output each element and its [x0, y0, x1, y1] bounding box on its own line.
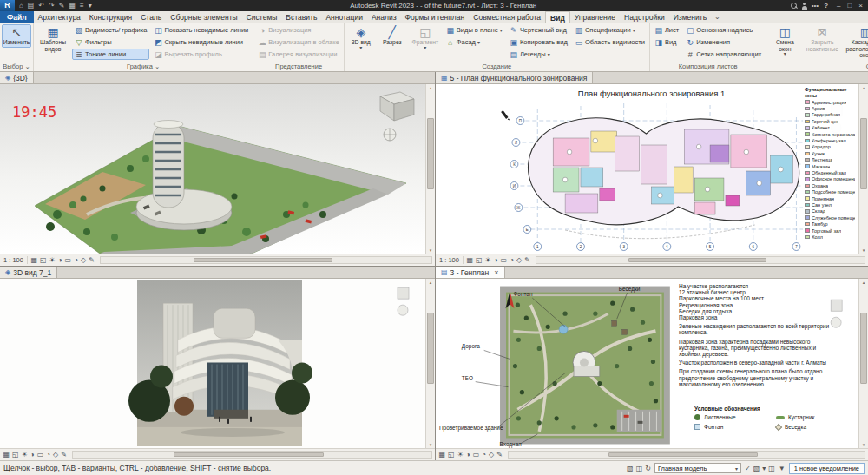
button-спецификации[interactable]: ▥Спецификации▾ — [572, 24, 648, 36]
view-control-icon-0[interactable]: ▦ — [437, 451, 447, 459]
view-control-icon-5[interactable]: ◔ — [45, 451, 52, 459]
quick-access-icon-3[interactable]: ↷ — [47, 2, 56, 10]
status-right-icons-2[interactable]: ▾ — [762, 465, 766, 472]
view-control-icon-5[interactable]: ◔ — [509, 256, 516, 264]
tab-вставить[interactable]: Вставить — [281, 11, 321, 23]
quick-access-icon-1[interactable]: ▤ — [26, 2, 36, 10]
status-left-icons-0[interactable]: ▧ — [627, 465, 634, 472]
view-control-icon-7[interactable]: ✎ — [88, 256, 96, 264]
vertical-scrollbar[interactable]: ▴▾ — [858, 84, 868, 254]
button-разрез[interactable]: ╱Разрез — [378, 24, 407, 48]
view-control-icon-2[interactable]: ☀ — [483, 256, 492, 264]
vertical-scrollbar[interactable]: ▴▾ — [425, 279, 435, 448]
panel-label-выбор[interactable]: Выбор ⌄ — [0, 62, 33, 71]
quick-access-icon-7[interactable]: ▾ — [87, 2, 94, 10]
vertical-scrollbar[interactable]: ▴▾ — [425, 84, 435, 254]
canvas-render[interactable] — [0, 279, 425, 448]
quick-access-icon-5[interactable]: ▦ — [68, 2, 78, 10]
view-control-icon-6[interactable]: ◇ — [488, 451, 496, 459]
view-control-icon-7[interactable]: ✎ — [523, 256, 532, 264]
view-control-icon-0[interactable]: ▦ — [465, 256, 475, 264]
tab-надстройки[interactable]: Надстройки — [620, 11, 669, 23]
horizontal-scrollbar[interactable] — [100, 256, 432, 264]
model-selector[interactable]: Главная модель ▾ — [654, 463, 741, 473]
status-left-icons-1[interactable]: ◫ — [636, 465, 643, 472]
tab-управление[interactable]: Управление — [570, 11, 620, 23]
button-3d-вид[interactable]: ◈3D вид▾ — [346, 24, 376, 52]
steering-wheel-icon[interactable] — [384, 129, 396, 141]
status-right-icons-0[interactable]: ✓ — [745, 465, 751, 472]
view-control-icon-0[interactable]: ▦ — [2, 451, 11, 459]
button-закрыть-неактивные[interactable]: ⊠Закрыть неактивные — [803, 24, 841, 54]
button-область-видимости[interactable]: ▭Область видимости — [572, 36, 648, 48]
scale-control[interactable]: 1 : 100 — [0, 256, 28, 264]
panel-label-представление[interactable]: Представление — [253, 62, 343, 71]
tab-сталь[interactable]: Сталь — [136, 11, 166, 23]
button-фрагмент[interactable]: ◱Фрагмент▾ — [409, 24, 442, 52]
view-control-icon-7[interactable]: ✎ — [60, 451, 69, 459]
tab-файл[interactable]: Файл — [0, 11, 34, 23]
minimize-button[interactable]: – — [833, 2, 844, 10]
view-control-icon-2[interactable]: ☀ — [48, 256, 56, 264]
button-вырезать-профиль[interactable]: ◪Вырезать профиль — [151, 49, 251, 60]
status-right-icons-1[interactable]: ▧ — [753, 465, 760, 472]
view-tab-3d[interactable]: ◈ {3D} — [0, 72, 34, 83]
button-визуализация-в-облаке[interactable]: ☁Визуализация в облаке — [255, 36, 341, 48]
revit-logo[interactable]: R — [0, 0, 15, 11]
view-control-icon-3[interactable]: ◑ — [29, 451, 36, 459]
tab-изменить[interactable]: Изменить — [669, 11, 711, 23]
view-control-icon-1[interactable]: ◱ — [11, 451, 21, 459]
view-control-icon-4[interactable]: ▭ — [63, 256, 73, 264]
tab-вид[interactable]: Вид — [545, 11, 570, 23]
view-control-icon-0[interactable]: ▦ — [30, 256, 39, 264]
view-control-icon-2[interactable]: ☀ — [20, 451, 29, 459]
filter-icon[interactable]: ▼ — [779, 465, 786, 472]
tab-архитектура[interactable]: Архитектура — [34, 11, 85, 23]
view-control-icon-1[interactable]: ◱ — [475, 256, 484, 264]
tab-аннотации[interactable]: Аннотации — [321, 11, 367, 23]
button-основная-надпись[interactable]: ▢Основная надпись — [683, 24, 764, 36]
quick-access-icon-0[interactable]: ⌂ — [17, 2, 25, 10]
tab-системы[interactable]: Системы — [242, 11, 282, 23]
view-tab-render[interactable]: ◈ 3D вид 7_1 — [0, 267, 57, 278]
canvas-genplan[interactable]: Фонтан Беседки Дорога ТБО Проветриваемое… — [436, 279, 858, 448]
view-control-icon-5[interactable]: ◔ — [73, 256, 80, 264]
button-шаблоны-видов[interactable]: ▦Шаблоны видов — [36, 24, 70, 54]
quick-access-icon-6[interactable]: ≡ — [78, 2, 86, 10]
view-control-icon-4[interactable]: ▭ — [36, 451, 45, 459]
button-легенды[interactable]: ▤Легенды▾ — [507, 49, 570, 60]
search-icon[interactable] — [791, 3, 798, 10]
button-фасад[interactable]: ⌂Фасад▾ — [444, 36, 505, 48]
quick-access-icon-4[interactable]: ✎ — [57, 2, 67, 10]
view-control-icon-1[interactable]: ◱ — [447, 451, 457, 459]
horizontal-scrollbar[interactable] — [508, 451, 865, 459]
view-control-icon-1[interactable]: ◱ — [39, 256, 49, 264]
view-control-icon-6[interactable]: ◇ — [79, 256, 87, 264]
quick-access-icon-2[interactable]: ↶ — [36, 2, 46, 10]
view-control-icon-3[interactable]: ◑ — [56, 256, 63, 264]
button-показать-невидимые-линии[interactable]: ◫Показать невидимые линии — [151, 24, 251, 36]
canvas-3d[interactable]: 19:45 — [0, 84, 425, 254]
tab-конструкция[interactable]: Конструкция — [85, 11, 136, 23]
button-вид[interactable]: ◨Вид — [652, 36, 681, 48]
user-icon[interactable] — [801, 3, 808, 10]
panel-label-композиция-листов[interactable]: Композиция листов — [650, 62, 766, 71]
close-button[interactable]: × — [855, 2, 866, 10]
restore-button[interactable]: □ — [844, 2, 855, 10]
horizontal-scrollbar[interactable] — [72, 451, 432, 459]
user-label[interactable]: ••• — [812, 2, 819, 10]
view-tab-zoning-plan[interactable]: ▦ 5 - План функционального зонирования — [436, 72, 593, 83]
button-изменить[interactable]: ↖Изменить — [2, 24, 31, 48]
button-галерея-визуализации[interactable]: ▤Галерея визуализации — [255, 49, 341, 60]
button-изменения[interactable]: ↻Изменения — [683, 36, 764, 48]
button-скрыть-невидимые-линии[interactable]: ◩Скрыть невидимые линии — [151, 36, 251, 48]
tab-совместная-работа[interactable]: Совместная работа — [469, 11, 545, 23]
button-видимость-графика[interactable]: ▧Видимость/ графика — [72, 24, 149, 36]
view-control-icon-6[interactable]: ◇ — [515, 256, 523, 264]
view-control-icon-4[interactable]: ▭ — [471, 451, 481, 459]
button-сетка-направляющих[interactable]: #Сетка направляющих — [683, 49, 764, 60]
view-control-icon-7[interactable]: ✎ — [496, 451, 504, 459]
vertical-scrollbar[interactable]: ▴▾ — [858, 279, 868, 448]
panel-label-создание[interactable]: Создание — [345, 62, 649, 71]
scale-control[interactable]: 1 : 100 — [436, 256, 464, 264]
